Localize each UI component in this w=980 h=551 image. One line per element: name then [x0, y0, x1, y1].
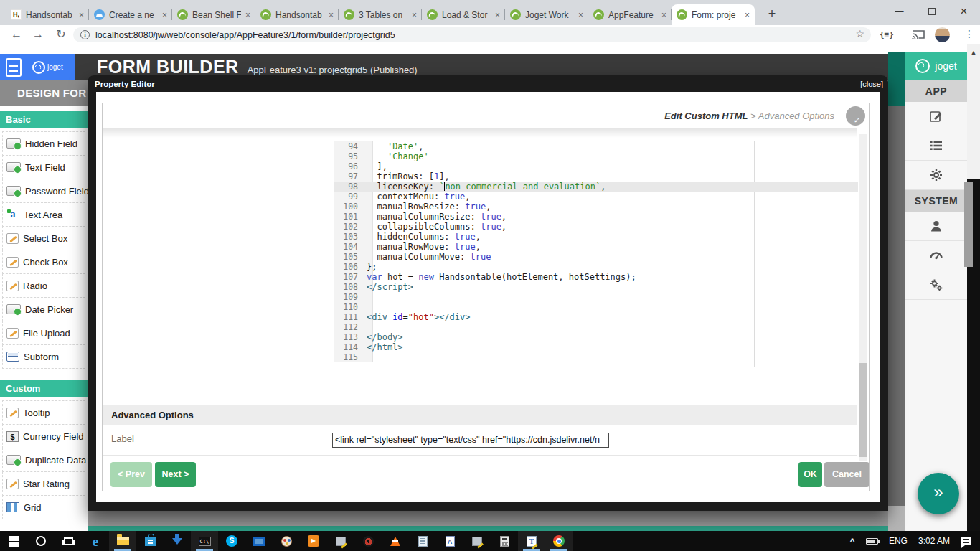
- taskbar-media-player-icon[interactable]: [300, 531, 327, 551]
- taskbar-calculator-icon[interactable]: [491, 531, 518, 551]
- taskbar-store-icon[interactable]: [136, 531, 164, 551]
- code-line[interactable]: 107var hot = new Handsontable(hotElement…: [334, 272, 858, 282]
- ok-button[interactable]: OK: [798, 462, 822, 487]
- tab-close-icon[interactable]: ×: [412, 10, 417, 20]
- code-line[interactable]: 100 manualRowResize: true,: [334, 202, 858, 212]
- sidebar-item-dashboard[interactable]: [905, 241, 967, 270]
- cast-icon[interactable]: [911, 28, 925, 41]
- code-line[interactable]: 108</script>: [334, 282, 858, 292]
- tab-close-icon[interactable]: ×: [745, 10, 750, 20]
- sidebar-item-edit-form[interactable]: [905, 102, 967, 131]
- bookmark-star-icon[interactable]: ☆: [855, 28, 864, 39]
- code-line[interactable]: 94 'Date',: [334, 141, 858, 151]
- scroll-up-arrow-icon[interactable]: ▲: [971, 49, 977, 56]
- scrollbar-thumb[interactable]: [964, 182, 973, 267]
- action-center-icon[interactable]: [961, 537, 971, 545]
- code-line[interactable]: 105 manualColumnMove: true: [334, 252, 858, 262]
- code-editor[interactable]: 94 'Date',95 'Change'96 ],97 trimRows: […: [334, 141, 858, 362]
- palette-item-star-rating[interactable]: Star Rating: [2, 471, 85, 496]
- taskbar-skype-icon[interactable]: [218, 531, 245, 551]
- palette-item-check-box[interactable]: Check Box: [2, 250, 85, 274]
- code-line[interactable]: 96 ],: [334, 161, 858, 171]
- taskbar-cmd-icon[interactable]: [191, 531, 218, 551]
- back-button[interactable]: ←: [7, 25, 26, 44]
- sidebar-item-user[interactable]: [905, 212, 967, 241]
- tab-close-icon[interactable]: ×: [162, 10, 167, 20]
- palette-item-currency-field[interactable]: Currency Field: [2, 424, 85, 448]
- code-line[interactable]: 112: [334, 322, 858, 332]
- browser-tab[interactable]: Joget Work×: [505, 4, 588, 25]
- minimize-button[interactable]: —: [883, 0, 915, 23]
- browser-tab[interactable]: 3 Tables on×: [339, 4, 422, 25]
- code-line[interactable]: 109: [334, 292, 858, 302]
- close-dialog-link[interactable]: [close]: [860, 80, 883, 88]
- page-scrollbar[interactable]: ▲: [967, 44, 980, 531]
- palette-item-radio[interactable]: Radio: [2, 273, 85, 298]
- prev-button[interactable]: < Prev: [110, 462, 152, 487]
- palette-item-text-area[interactable]: Text Area: [2, 202, 85, 227]
- taskbar-disc-icon[interactable]: [354, 531, 382, 551]
- language-indicator[interactable]: ENG: [889, 536, 908, 546]
- maximize-button[interactable]: [915, 0, 948, 23]
- taskbar-cortana-icon[interactable]: [27, 531, 55, 551]
- tab-close-icon[interactable]: ×: [329, 10, 334, 20]
- taskbar-photos-icon[interactable]: [245, 531, 273, 551]
- browser-tab[interactable]: Create a ne×: [89, 4, 172, 25]
- taskbar-edge-icon[interactable]: [82, 531, 109, 551]
- palette-item-subform[interactable]: Subform: [2, 344, 85, 369]
- clock[interactable]: 3:02 AM: [918, 536, 950, 546]
- profile-avatar[interactable]: [935, 27, 950, 42]
- taskbar-chrome-icon[interactable]: [545, 531, 573, 551]
- browser-menu-icon[interactable]: ⋮: [964, 28, 974, 39]
- tab-close-icon[interactable]: ×: [245, 10, 250, 20]
- tab-close-icon[interactable]: ×: [79, 10, 84, 20]
- code-line[interactable]: 106};: [334, 262, 858, 272]
- browser-tab[interactable]: Form: proje×: [672, 4, 755, 25]
- browser-tab[interactable]: Handsontab×: [6, 4, 89, 25]
- palette-item-file-upload[interactable]: File Upload: [2, 321, 85, 345]
- palette-item-duplicate-data[interactable]: Duplicate Data: [2, 448, 85, 472]
- code-line[interactable]: 101 manualColumnResize: true,: [334, 212, 858, 222]
- taskbar-file-explorer-icon[interactable]: [109, 531, 136, 551]
- reload-button[interactable]: ↻: [52, 25, 70, 44]
- taskbar-wordpad-icon[interactable]: [436, 531, 463, 551]
- taskbar-windows-icon[interactable]: [0, 531, 27, 551]
- sidebar-item-gears[interactable]: [905, 270, 967, 300]
- forward-button[interactable]: →: [29, 25, 47, 44]
- address-bar[interactable]: localhost:8080/jw/web/console/app/AppFea…: [73, 27, 871, 42]
- tab-close-icon[interactable]: ×: [495, 10, 500, 20]
- code-line[interactable]: 97 trimRows: [1],: [334, 171, 858, 182]
- editor-scrollbar[interactable]: [859, 134, 867, 461]
- palette-item-password-field[interactable]: Password Field: [2, 179, 85, 203]
- palette-item-text-field[interactable]: Text Field: [2, 155, 85, 179]
- palette-item-tooltip[interactable]: Tooltip: [2, 400, 85, 425]
- taskbar-text-tool-icon[interactable]: [518, 531, 545, 551]
- palette-item-hidden-field[interactable]: Hidden Field: [2, 131, 85, 156]
- code-line[interactable]: 104 manualRowMove: true,: [334, 242, 858, 252]
- code-line[interactable]: 115: [334, 352, 858, 362]
- next-button[interactable]: Next >: [155, 462, 196, 487]
- tab-close-icon[interactable]: ×: [661, 10, 666, 20]
- code-line[interactable]: 113</body>: [334, 332, 858, 342]
- taskbar-vlc-icon[interactable]: [382, 531, 409, 551]
- palette-item-grid[interactable]: Grid: [2, 495, 85, 519]
- browser-tab[interactable]: Handsontab×: [255, 4, 339, 25]
- code-line[interactable]: 99 contextMenu: true,: [334, 192, 858, 202]
- taskbar-paint-icon[interactable]: [273, 531, 300, 551]
- code-line[interactable]: 103 hiddenColumns: true,: [334, 232, 858, 242]
- taskbar-key-tool-2-icon[interactable]: [463, 531, 491, 551]
- sidebar-item-list[interactable]: [905, 131, 967, 161]
- extension-icon[interactable]: {≡}: [880, 29, 894, 40]
- browser-tab[interactable]: Bean Shell F×: [172, 4, 255, 25]
- tab-close-icon[interactable]: ×: [578, 10, 583, 20]
- palette-item-date-picker[interactable]: Date Picker: [2, 297, 85, 321]
- code-line[interactable]: 102 collapsibleColumns: true,: [334, 222, 858, 232]
- cancel-button[interactable]: Cancel: [824, 462, 869, 487]
- active-code-line[interactable]: 98 licenseKey: `non-commercial-and-evalu…: [334, 182, 858, 192]
- battery-icon[interactable]: [866, 538, 878, 545]
- sidebar-item-gear[interactable]: [905, 161, 967, 190]
- taskbar-download-arrow-icon[interactable]: [164, 531, 191, 551]
- code-line[interactable]: 114</html>: [334, 342, 858, 352]
- code-line[interactable]: 110: [334, 302, 858, 312]
- close-window-button[interactable]: ×: [948, 0, 980, 23]
